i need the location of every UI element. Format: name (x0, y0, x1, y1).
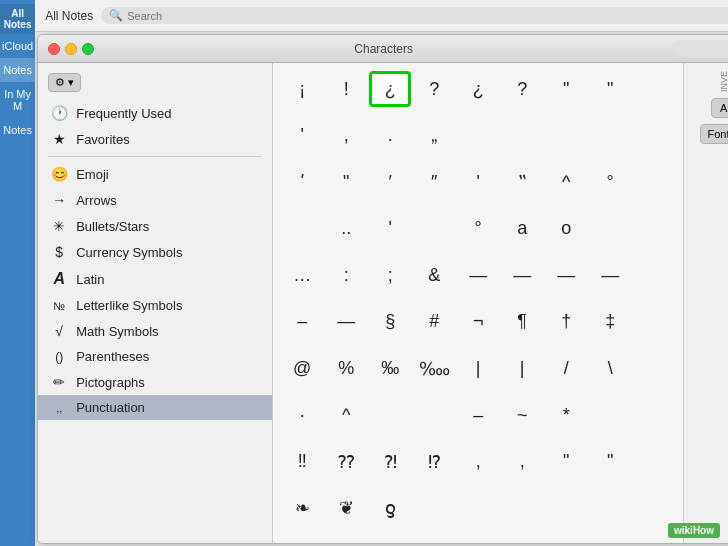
char-cell[interactable]: — (589, 257, 631, 293)
char-cell[interactable]: , (501, 444, 543, 480)
char-cell[interactable]: ^ (545, 164, 587, 200)
char-cell[interactable]: # (413, 304, 455, 340)
search-input[interactable] (127, 10, 728, 22)
char-cell[interactable]: ¿ (457, 71, 499, 107)
char-cell[interactable]: „ (413, 118, 455, 154)
char-cell[interactable]: ! (325, 71, 367, 107)
search-bar[interactable]: 🔍 (101, 7, 728, 24)
minimize-button[interactable] (65, 43, 77, 55)
char-cell[interactable]: / (545, 351, 587, 387)
char-cell[interactable]: | (457, 351, 499, 387)
char-cell[interactable]: — (501, 257, 543, 293)
char-cell[interactable]: — (325, 304, 367, 340)
char-cell[interactable]: ? (413, 71, 455, 107)
char-cell[interactable] (633, 351, 675, 387)
char-cell[interactable] (633, 71, 675, 107)
char-cell[interactable] (501, 118, 543, 154)
char-cell[interactable]: % (325, 351, 367, 387)
char-cell[interactable]: – (281, 304, 323, 340)
menu-item-latin[interactable]: A Latin (38, 265, 272, 293)
char-cell[interactable] (633, 397, 675, 433)
char-cell[interactable]: ⁇ (325, 444, 367, 480)
char-cell[interactable]: ' (457, 164, 499, 200)
menu-item-punctuation[interactable]: ,, Punctuation (38, 395, 272, 420)
char-cell[interactable]: … (281, 257, 323, 293)
char-cell[interactable]: o (545, 211, 587, 247)
char-cell[interactable]: : (325, 257, 367, 293)
char-cell[interactable]: ‰ (369, 351, 411, 387)
char-cell[interactable]: ‱ (413, 351, 455, 387)
menu-item-pictographs[interactable]: ✏ Pictographs (38, 369, 272, 395)
char-cell[interactable]: .. (325, 211, 367, 247)
menu-item-math[interactable]: √ Math Symbols (38, 318, 272, 344)
char-cell[interactable]: " (545, 71, 587, 107)
char-cell[interactable]: ⁈ (369, 444, 411, 480)
char-cell[interactable]: ‚ (457, 444, 499, 480)
char-cell[interactable] (545, 118, 587, 154)
menu-item-frequently-used[interactable]: 🕐 Frequently Used (38, 100, 272, 126)
menu-item-currency[interactable]: $ Currency Symbols (38, 239, 272, 265)
char-cell[interactable]: " (589, 444, 631, 480)
char-cell[interactable]: ʹ (281, 164, 323, 200)
char-cell[interactable] (633, 490, 675, 526)
char-cell[interactable] (589, 118, 631, 154)
char-cell[interactable]: ″ (413, 164, 455, 200)
close-button[interactable] (48, 43, 60, 55)
window-search[interactable]: 🔍 (673, 40, 728, 57)
char-cell[interactable]: ° (589, 164, 631, 200)
char-cell[interactable] (589, 397, 631, 433)
char-cell[interactable]: ; (369, 257, 411, 293)
char-cell[interactable]: ⁉ (413, 444, 455, 480)
char-cell[interactable]: ƍ (369, 490, 411, 526)
char-cell[interactable]: — (545, 257, 587, 293)
char-cell[interactable] (413, 211, 455, 247)
menu-item-favorites[interactable]: ★ Favorites (38, 126, 272, 152)
char-cell[interactable] (633, 257, 675, 293)
gear-button[interactable]: ⚙ ▾ (48, 73, 81, 92)
char-cell[interactable] (633, 304, 675, 340)
char-cell[interactable] (633, 211, 675, 247)
char-cell[interactable]: — (457, 257, 499, 293)
char-cell[interactable]: \ (589, 351, 631, 387)
char-cell[interactable]: & (413, 257, 455, 293)
char-cell[interactable]: † (545, 304, 587, 340)
char-cell[interactable]: ‡ (589, 304, 631, 340)
char-cell[interactable] (545, 490, 587, 526)
char-cell[interactable]: | (501, 351, 543, 387)
sidebar-item-notes2[interactable]: Notes (0, 118, 35, 142)
char-cell[interactable]: ¬ (457, 304, 499, 340)
char-cell[interactable]: " (545, 444, 587, 480)
sidebar-item-icloud[interactable]: iCloud (0, 34, 35, 58)
char-cell[interactable] (413, 490, 455, 526)
char-cell[interactable]: ❦ (325, 490, 367, 526)
char-cell[interactable] (589, 490, 631, 526)
char-cell[interactable]: @ (281, 351, 323, 387)
char-cell[interactable]: ′ (369, 164, 411, 200)
char-cell-selected[interactable]: ¿ (369, 71, 411, 107)
char-cell[interactable] (281, 211, 323, 247)
char-cell[interactable]: , (325, 118, 367, 154)
a-button[interactable]: A (711, 98, 728, 118)
maximize-button[interactable] (82, 43, 94, 55)
char-cell[interactable]: " (325, 164, 367, 200)
char-cell[interactable]: ‼ (281, 444, 323, 480)
char-cell[interactable]: ‟ (501, 164, 543, 200)
char-cell[interactable]: ¶ (501, 304, 543, 340)
char-cell[interactable] (457, 490, 499, 526)
char-cell[interactable]: § (369, 304, 411, 340)
char-cell[interactable]: ' (281, 118, 323, 154)
menu-item-arrows[interactable]: → Arrows (38, 187, 272, 213)
menu-item-emoji[interactable]: 😊 Emoji (38, 161, 272, 187)
char-cell[interactable]: . (369, 118, 411, 154)
char-cell[interactable] (633, 444, 675, 480)
char-cell[interactable] (501, 490, 543, 526)
char-cell[interactable]: ° (457, 211, 499, 247)
char-cell[interactable]: ¡ (281, 71, 323, 107)
char-cell[interactable]: * (545, 397, 587, 433)
char-cell[interactable] (369, 397, 411, 433)
char-cell[interactable]: – (457, 397, 499, 433)
sidebar-item-notes[interactable]: Notes (0, 58, 35, 82)
char-cell[interactable]: ~ (501, 397, 543, 433)
char-cell[interactable] (457, 118, 499, 154)
menu-item-parentheses[interactable]: () Parentheses (38, 344, 272, 369)
